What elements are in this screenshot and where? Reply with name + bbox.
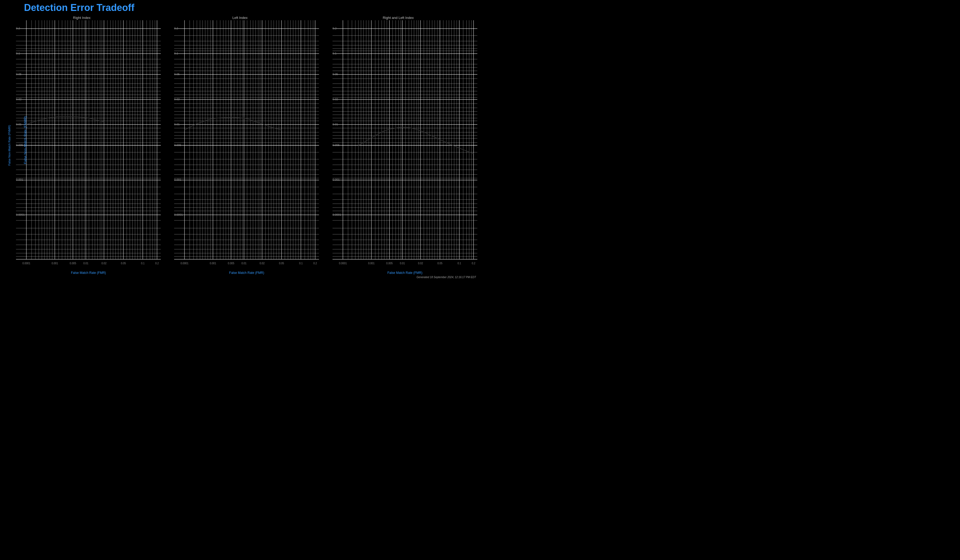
svg-text:0.1: 0.1 [457,262,461,265]
chart-svg-left-index: 0.2 0.1 0.05 0.02 0.01 0.005 0.001 0.000… [174,20,319,270]
svg-text:0.1: 0.1 [174,52,178,55]
svg-text:0.0001: 0.0001 [333,213,341,216]
chart-inner-right-left-index: 0.2 0.1 0.05 0.02 0.01 0.005 0.001 0.000… [333,20,477,270]
svg-text:0.02: 0.02 [418,262,423,265]
svg-text:0.005: 0.005 [228,262,235,265]
page-title: Detection Error Tradeoff [0,0,480,14]
svg-text:0.1: 0.1 [299,262,303,265]
svg-text:0.02: 0.02 [333,98,338,101]
svg-text:0.005: 0.005 [70,262,76,265]
svg-text:0.05: 0.05 [121,262,126,265]
svg-text:0.05: 0.05 [16,72,22,76]
svg-text:0.1: 0.1 [16,52,20,55]
svg-text:0.02: 0.02 [16,98,22,101]
x-axis-label-right-index: False Match Rate (FMR) [16,271,161,275]
svg-text:0.001: 0.001 [368,262,374,265]
svg-text:0.2: 0.2 [313,262,317,265]
y-axis-label-right-index: False Non-Match Rate (FNMR) [3,20,16,270]
svg-text:0.001: 0.001 [16,178,23,181]
svg-text:0.1: 0.1 [333,52,336,55]
charts-container: Right Index False Non-Match Rate (FNMR) [0,14,480,278]
svg-text:0.005: 0.005 [386,262,393,265]
chart-title-right-index: Right Index [73,16,91,20]
chart-panel-left-index: Left Index [161,14,319,270]
svg-text:0.01: 0.01 [242,262,247,265]
chart-inner-right-index: 0.2 0.1 0.05 0.02 0.01 0.005 0.001 0.000… [16,20,161,270]
svg-text:0.1: 0.1 [141,262,145,265]
svg-text:0.0001: 0.0001 [181,262,189,265]
svg-text:0.01: 0.01 [83,262,88,265]
svg-text:0.0001: 0.0001 [16,213,25,216]
svg-text:0.0001: 0.0001 [22,262,30,265]
svg-text:0.2: 0.2 [16,27,20,30]
svg-text:0.02: 0.02 [174,98,180,101]
svg-text:0.05: 0.05 [174,72,180,76]
svg-text:0.05: 0.05 [437,262,442,265]
svg-text:0.005: 0.005 [174,144,181,147]
svg-text:0.001: 0.001 [174,178,181,181]
svg-text:0.2: 0.2 [472,262,475,265]
svg-text:0.01: 0.01 [333,123,338,126]
svg-text:0.001: 0.001 [333,178,340,181]
y-axis-shared-label: False Non-Match Rate (FNMR) [23,116,27,164]
svg-text:0.001: 0.001 [210,262,216,265]
svg-text:0.01: 0.01 [400,262,405,265]
svg-text:0.01: 0.01 [16,123,22,126]
y-axis-label-right-left-index [319,20,333,270]
svg-text:0.005: 0.005 [16,144,23,147]
svg-text:0.005: 0.005 [333,144,340,147]
svg-text:0.2: 0.2 [174,27,178,30]
svg-text:0.0001: 0.0001 [339,262,347,265]
svg-text:0.02: 0.02 [260,262,265,265]
svg-text:0.02: 0.02 [101,262,106,265]
svg-text:0.2: 0.2 [155,262,159,265]
svg-text:0.05: 0.05 [333,72,338,76]
chart-title-left-index: Left Index [232,16,248,20]
chart-inner-left-index: 0.2 0.1 0.05 0.02 0.01 0.005 0.001 0.000… [174,20,319,270]
chart-svg-right-index: 0.2 0.1 0.05 0.02 0.01 0.005 0.001 0.000… [16,20,161,270]
x-axis-label-right-left-index: False Match Rate (FMR) [333,271,477,275]
svg-text:0.2: 0.2 [333,27,336,30]
svg-text:0.001: 0.001 [51,262,58,265]
chart-title-right-left-index: Right and Left Index [382,16,414,20]
svg-text:0.0001: 0.0001 [174,213,183,216]
chart-panel-right-left-index: Right and Left Index [319,14,477,270]
x-axis-label-left-index: False Match Rate (FMR) [174,271,319,275]
svg-text:0.05: 0.05 [279,262,284,265]
chart-svg-right-left-index: 0.2 0.1 0.05 0.02 0.01 0.005 0.001 0.000… [333,20,477,270]
svg-text:0.01: 0.01 [174,123,180,126]
footer-text: Generated 18 September 2024, 12:16:17 PM… [416,276,476,279]
y-axis-label-left-index [161,20,174,270]
